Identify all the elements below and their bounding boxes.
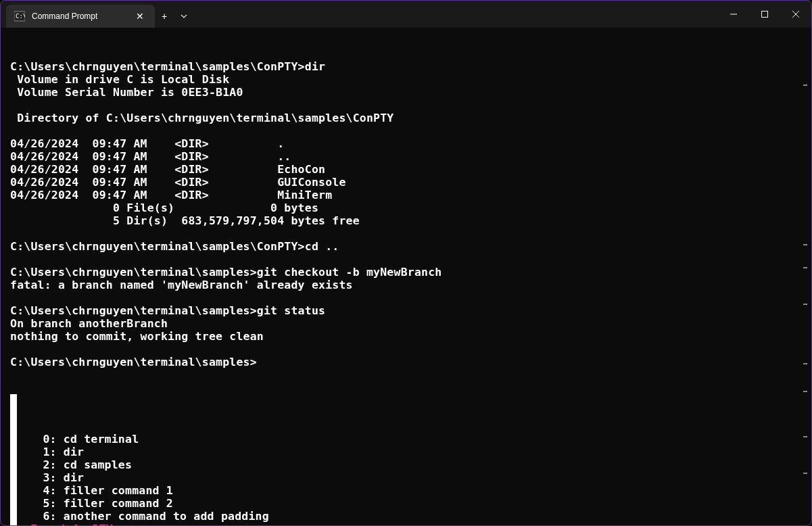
terminal-line: fatal: a branch named 'myNewBranch' alre… xyxy=(10,279,802,291)
history-item[interactable]: 3: dir xyxy=(10,471,802,484)
close-button[interactable] xyxy=(780,1,811,28)
terminal-line: C:\Users\chrnguyen\terminal\samples\ConP… xyxy=(10,60,802,73)
terminal-line: 04/26/2024 09:47 AM <DIR> MiniTerm xyxy=(10,189,802,201)
terminal-line: Volume in drive C is Local Disk xyxy=(10,73,802,86)
terminal-line xyxy=(10,227,802,240)
terminal-line: 04/26/2024 09:47 AM <DIR> . xyxy=(10,137,802,150)
terminal-line xyxy=(10,99,802,112)
tab-title: Command Prompt xyxy=(32,11,126,21)
terminal-line: On branch anotherBranch xyxy=(10,317,802,330)
titlebar: C:\ Command Prompt ✕ + xyxy=(1,1,811,28)
history-menu[interactable]: 0: cd terminal 1: dir 2: cd samples 3: d… xyxy=(10,394,802,525)
cmd-icon: C:\ xyxy=(14,11,25,22)
terminal-line xyxy=(10,124,802,137)
terminal-line: 04/26/2024 09:47 AM <DIR> GUIConsole xyxy=(10,176,802,189)
history-item[interactable]: 5: filler command 2 xyxy=(10,497,802,510)
terminal-line: C:\Users\chrnguyen\terminal\samples> xyxy=(10,356,802,368)
history-item[interactable]: ▸ 7: cd ConPTY xyxy=(10,523,802,525)
svg-text:C:\: C:\ xyxy=(16,13,25,20)
terminal-line: 0 File(s) 0 bytes xyxy=(10,201,802,214)
output-lines: C:\Users\chrnguyen\terminal\samples\ConP… xyxy=(10,60,802,368)
tab-actions: + xyxy=(155,5,194,28)
terminal-line: 04/26/2024 09:47 AM <DIR> EchoCon xyxy=(10,163,802,176)
terminal-output[interactable]: C:\Users\chrnguyen\terminal\samples\ConP… xyxy=(1,28,811,525)
window-controls xyxy=(718,1,811,28)
terminal-line: Volume Serial Number is 0EE3-B1A0 xyxy=(10,86,802,99)
history-item[interactable]: 1: dir xyxy=(10,446,802,458)
tab-command-prompt[interactable]: C:\ Command Prompt ✕ xyxy=(6,5,155,28)
terminal-line: C:\Users\chrnguyen\terminal\samples\ConP… xyxy=(10,240,802,253)
minimize-button[interactable] xyxy=(718,1,749,28)
terminal-line xyxy=(10,291,802,304)
close-tab-button[interactable]: ✕ xyxy=(133,9,147,23)
history-item[interactable]: 4: filler command 1 xyxy=(10,484,802,497)
svg-rect-3 xyxy=(762,11,768,18)
terminal-line: nothing to commit, working tree clean xyxy=(10,330,802,343)
terminal-line xyxy=(10,343,802,356)
terminal-line: 5 Dir(s) 683,579,797,504 bytes free xyxy=(10,214,802,227)
terminal-line: Directory of C:\Users\chrnguyen\terminal… xyxy=(10,112,802,124)
history-side-bar xyxy=(10,394,17,525)
new-tab-button[interactable]: + xyxy=(155,5,174,28)
history-item[interactable]: 2: cd samples xyxy=(10,458,802,471)
terminal-line: C:\Users\chrnguyen\terminal\samples>git … xyxy=(10,304,802,317)
maximize-button[interactable] xyxy=(749,1,780,28)
history-item[interactable]: 6: another command to add padding xyxy=(10,510,802,523)
history-item[interactable]: 0: cd terminal xyxy=(10,433,802,446)
terminal-line: 04/26/2024 09:47 AM <DIR> .. xyxy=(10,150,802,163)
tab-dropdown-button[interactable] xyxy=(174,5,194,28)
scrollbar-marks xyxy=(803,62,807,519)
terminal-line xyxy=(10,253,802,266)
terminal-line: C:\Users\chrnguyen\terminal\samples>git … xyxy=(10,266,802,279)
